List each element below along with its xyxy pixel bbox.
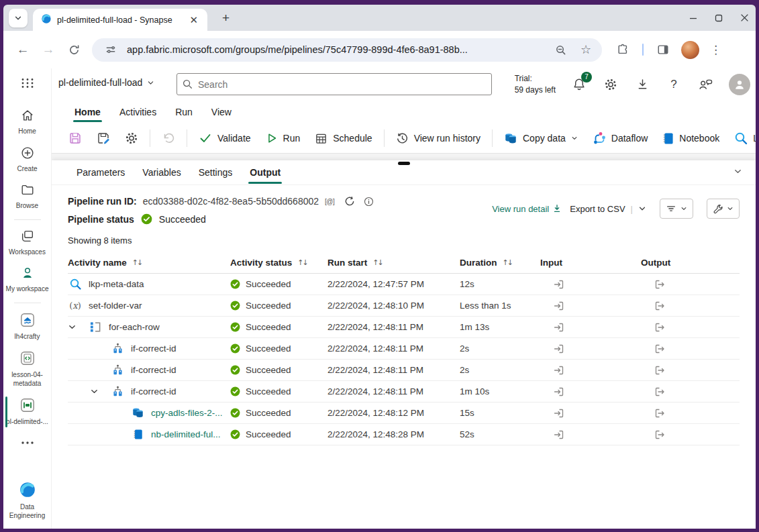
output-icon[interactable] xyxy=(641,343,740,354)
new-tab-button[interactable]: + xyxy=(217,11,235,25)
tab-close-icon[interactable]: ✕ xyxy=(187,13,201,26)
tab-search-button[interactable] xyxy=(9,9,28,28)
sidebar-item-lesson-04-metadata[interactable]: lesson-04-metadata xyxy=(5,345,50,392)
ribbon-tab-home[interactable]: Home xyxy=(65,103,110,123)
ribbon-tab-run[interactable]: Run xyxy=(166,103,202,123)
schedule-button[interactable]: Schedule xyxy=(307,127,379,149)
input-icon[interactable] xyxy=(540,343,641,354)
activity-row-for-each-row[interactable]: for-each-rowSucceeded2/22/2024, 12:48:11… xyxy=(68,317,740,338)
sort-icon[interactable]: ↑↓ xyxy=(132,258,142,267)
save-as-button[interactable] xyxy=(89,127,117,149)
side-panel-icon[interactable] xyxy=(652,38,674,61)
search-input[interactable] xyxy=(198,79,486,90)
input-icon[interactable] xyxy=(540,408,641,419)
validate-button[interactable]: Validate xyxy=(191,127,258,149)
column-header-activity-name[interactable]: Activity name↑↓ xyxy=(68,258,230,268)
info-icon[interactable] xyxy=(364,197,374,207)
browser-profile-avatar[interactable] xyxy=(681,41,699,59)
copy-data-button[interactable]: Copy data xyxy=(497,127,585,149)
activity-name[interactable]: nb-delimited-ful... xyxy=(151,429,221,439)
panel-tab-output[interactable]: Output xyxy=(241,163,289,184)
ribbon-tab-activities[interactable]: Activities xyxy=(110,103,166,123)
undo-button[interactable] xyxy=(154,127,183,149)
activity-row-nb-delimited-ful[interactable]: nb-delimited-ful...Succeeded2/22/2024, 1… xyxy=(68,424,740,445)
column-header-activity-status[interactable]: Activity status↑↓ xyxy=(230,258,327,268)
global-search[interactable] xyxy=(176,73,492,95)
panel-tab-parameters[interactable]: Parameters xyxy=(68,163,134,184)
sidebar-item-home[interactable]: Home xyxy=(5,103,50,141)
input-icon[interactable] xyxy=(540,301,641,311)
feedback-icon[interactable] xyxy=(697,76,713,93)
address-bar[interactable]: app.fabric.microsoft.com/groups/me/pipel… xyxy=(92,38,602,62)
save-button[interactable] xyxy=(61,127,89,149)
panel-collapse-icon[interactable] xyxy=(733,166,742,178)
ribbon-tab-view[interactable]: View xyxy=(202,103,241,123)
sort-icon[interactable]: ↑↓ xyxy=(372,258,382,267)
close-button[interactable] xyxy=(740,13,749,22)
activity-name[interactable]: cpy-adls-files-2-... xyxy=(151,408,223,418)
tools-button[interactable] xyxy=(707,199,740,219)
forward-icon[interactable]: → xyxy=(37,38,60,61)
activity-row-if-correct-id[interactable]: if-correct-idSucceeded2/22/2024, 12:48:1… xyxy=(68,338,740,360)
sidebar-item-create[interactable]: Create xyxy=(5,141,50,178)
output-icon[interactable] xyxy=(641,386,740,397)
column-header-duration[interactable]: Duration↑↓ xyxy=(460,258,540,268)
help-icon[interactable]: ? xyxy=(666,76,682,93)
notebook-button[interactable]: Notebook xyxy=(655,127,727,149)
view-run-detail-link[interactable]: View run detail xyxy=(492,204,562,214)
activity-row-cpy-adls-files-2[interactable]: cpy-adls-files-2-...Succeeded2/22/2024, … xyxy=(68,403,740,424)
reload-icon[interactable] xyxy=(62,38,85,61)
site-settings-icon[interactable] xyxy=(101,44,120,55)
sort-icon[interactable]: ↑↓ xyxy=(503,258,512,267)
lookup-button[interactable]: Look xyxy=(727,127,756,149)
browser-menu-icon[interactable]: ⋮ xyxy=(706,43,725,57)
input-icon[interactable] xyxy=(540,386,641,397)
panel-tab-settings[interactable]: Settings xyxy=(190,163,242,184)
output-icon[interactable] xyxy=(641,408,740,419)
output-icon[interactable] xyxy=(641,279,740,290)
export-to-csv-link[interactable]: Export to CSV | xyxy=(570,204,646,214)
extensions-icon[interactable] xyxy=(611,38,634,61)
activity-row-if-correct-id[interactable]: if-correct-idSucceeded2/22/2024, 12:48:1… xyxy=(68,360,740,381)
input-icon[interactable] xyxy=(540,279,641,290)
sidebar-item-browse[interactable]: Browse xyxy=(5,178,50,215)
account-avatar[interactable] xyxy=(729,74,750,95)
input-icon[interactable] xyxy=(540,429,641,440)
minimize-button[interactable] xyxy=(689,14,697,22)
zoom-out-icon[interactable] xyxy=(551,44,570,56)
output-icon[interactable] xyxy=(641,429,740,440)
download-icon[interactable] xyxy=(634,76,650,93)
browser-tab[interactable]: pl-delimited-full-load - Synapse ✕ xyxy=(33,9,207,31)
sidebar-item-more[interactable] xyxy=(5,431,50,453)
sidebar-item-lh4crafty[interactable]: lh4crafty xyxy=(5,307,50,346)
activity-row-set-folder-var[interactable]: (x)set-folder-varSucceeded2/22/2024, 12:… xyxy=(68,295,740,317)
expand-chevron-icon[interactable] xyxy=(68,323,88,331)
filter-button[interactable] xyxy=(660,199,693,219)
sidebar-item-workspaces[interactable]: Workspaces xyxy=(5,224,50,262)
output-icon[interactable] xyxy=(641,301,740,311)
input-icon[interactable] xyxy=(540,322,641,333)
sort-icon[interactable]: ↑↓ xyxy=(297,258,307,267)
activity-row-if-correct-id[interactable]: if-correct-idSucceeded2/22/2024, 12:48:1… xyxy=(68,381,740,403)
activity-row-lkp-meta-data[interactable]: lkp-meta-dataSucceeded2/22/2024, 12:47:5… xyxy=(68,274,740,295)
output-icon[interactable] xyxy=(641,322,740,333)
expand-chevron-icon[interactable] xyxy=(90,387,110,396)
sidebar-item-pl-delimited[interactable]: pl-delimited-... xyxy=(5,392,50,431)
view-input-icon[interactable]: [@] xyxy=(325,198,334,205)
maximize-button[interactable] xyxy=(715,14,723,22)
settings-gear-icon[interactable] xyxy=(603,76,619,93)
input-icon[interactable] xyxy=(540,365,641,376)
refresh-icon[interactable] xyxy=(344,196,355,207)
view-run-history-button[interactable]: View run history xyxy=(389,127,488,149)
column-header-run-start[interactable]: Run start↑↓ xyxy=(327,258,460,268)
nav-menu-icon[interactable] xyxy=(21,78,34,91)
output-icon[interactable] xyxy=(641,365,740,376)
artifact-name-dropdown[interactable]: pl-delimited-full-load xyxy=(58,77,154,88)
bookmark-star-icon[interactable]: ☆ xyxy=(576,42,595,57)
sidebar-item-data-engineering[interactable]: Data Engineering xyxy=(5,476,50,525)
dataflow-button[interactable]: Dataflow xyxy=(585,127,655,149)
pipeline-settings-button[interactable] xyxy=(117,127,146,149)
sidebar-item-my-workspace[interactable]: My workspace xyxy=(5,261,50,299)
run-button[interactable]: Run xyxy=(258,127,308,149)
back-icon[interactable]: ← xyxy=(11,38,34,61)
